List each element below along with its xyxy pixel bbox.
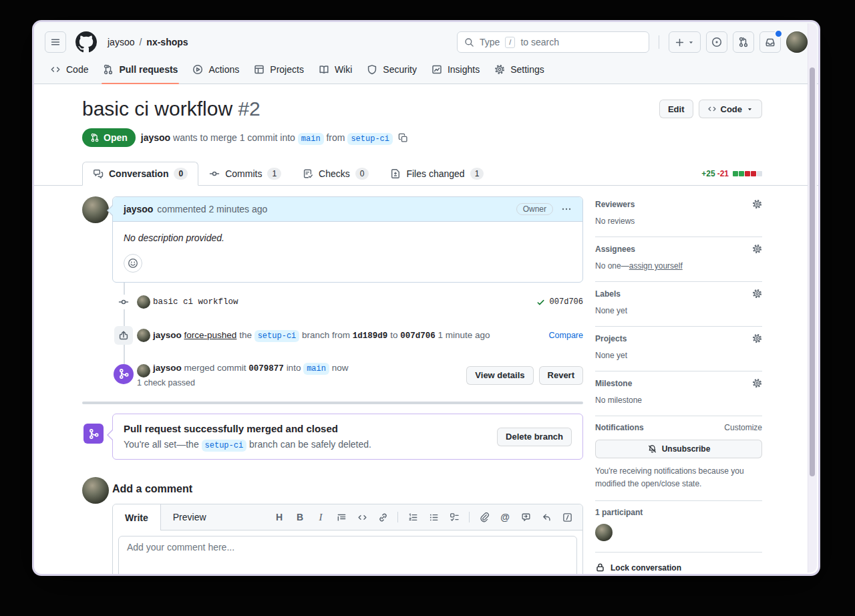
write-tab[interactable]: Write [113,504,161,530]
add-comment-heading: Add a comment [112,477,583,504]
commit-author-avatar[interactable] [137,295,150,309]
unsubscribe-button[interactable]: Unsubscribe [595,440,762,458]
comment-textarea[interactable] [118,536,577,576]
code-dropdown-button[interactable]: Code [699,100,763,118]
force-push-event: jaysoo force-pushed the setup-ci branch … [82,329,583,343]
merge-timestamp[interactable]: now [332,363,349,373]
comment-author-avatar[interactable] [82,196,109,223]
quote-button[interactable] [335,511,347,523]
hamburger-menu-button[interactable] [45,31,66,53]
search-input[interactable]: Type / to search [457,31,649,53]
check-status-text[interactable]: 1 check passed [137,377,466,390]
merge-branch-chip[interactable]: main [303,363,329,375]
repo-tab-code[interactable]: Code [45,58,94,84]
issues-button[interactable] [706,31,727,53]
old-sha[interactable]: 1d189d9 [353,331,388,341]
pr-author[interactable]: jaysoo [141,132,170,143]
repo-tab-insights[interactable]: Insights [426,58,485,84]
edit-button[interactable]: Edit [659,100,693,118]
file-diff-icon [390,168,401,179]
repo-tab-projects[interactable]: Projects [248,58,309,84]
reviewers-gear-icon[interactable] [752,199,762,209]
unread-notification-dot [774,29,783,38]
create-new-button[interactable] [669,31,701,53]
pull-requests-button[interactable] [733,31,754,53]
commit-message[interactable]: basic ci workflow [153,296,536,309]
preview-tab[interactable]: Preview [161,504,218,530]
github-logo[interactable] [75,31,97,53]
delete-branch-button[interactable]: Delete branch [497,428,572,446]
pr-number: #2 [238,98,260,120]
commit-sha[interactable]: 007d706 [550,297,583,307]
push-text: to [390,330,397,340]
compare-link[interactable]: Compare [549,331,583,340]
italic-button[interactable]: I [315,511,327,523]
heading-button[interactable]: H [273,511,285,523]
milestone-gear-icon[interactable] [752,378,762,388]
git-merge-icon [83,424,104,444]
scrollbar-track[interactable] [808,23,817,573]
tab-checks[interactable]: Checks 0 [292,162,379,186]
comment-menu-button[interactable] [561,204,572,214]
lock-conversation-button[interactable]: Lock conversation [595,553,762,576]
merged-banner: Pull request successfully merged and clo… [112,414,583,460]
copy-branch-icon[interactable] [398,133,408,143]
push-author[interactable]: jaysoo [153,330,182,340]
push-text: branch from [302,330,350,340]
sidebar-section-milestone: Milestone No milestone [595,371,762,416]
push-author-avatar[interactable] [137,329,150,342]
diff-block-neutral [757,171,762,176]
comment-author[interactable]: jaysoo [124,204,153,214]
link-button[interactable] [377,511,389,523]
repo-tab-pull-requests[interactable]: Pull requests [98,58,183,84]
tab-files-changed[interactable]: Files changed 1 [379,162,494,186]
sidebar-section-labels: Labels None yet [595,282,762,327]
scrollbar-thumb[interactable] [810,67,815,476]
new-sha[interactable]: 007d706 [400,331,436,341]
repo-tab-wiki[interactable]: Wiki [313,58,357,84]
notifications-note: You're receiving notifications because y… [595,465,762,490]
task-list-button[interactable] [448,511,460,523]
numbered-list-button[interactable] [407,511,419,523]
push-timestamp[interactable]: 1 minute ago [438,330,490,340]
tab-commits[interactable]: Commits 1 [198,162,292,186]
repo-tab-security[interactable]: Security [361,58,422,84]
force-pushed-link[interactable]: force-pushed [184,330,237,340]
reply-icon [542,512,552,522]
push-branch-chip[interactable]: setup-ci [254,330,300,342]
repo-tab-settings[interactable]: Settings [489,58,550,84]
sidebar-section-assignees: Assignees No one—assign yourself [595,237,762,282]
bulleted-list-button[interactable] [428,511,440,523]
slash-commands-button[interactable] [561,511,573,523]
revert-button[interactable]: Revert [539,366,583,385]
push-text: the [239,330,252,340]
repo-tab-actions[interactable]: Actions [187,58,244,84]
view-details-button[interactable]: View details [466,366,533,385]
attach-file-button[interactable] [478,511,490,523]
breadcrumb-owner[interactable]: jaysoo [108,37,134,47]
inbox-button[interactable] [759,31,781,53]
check-icon[interactable] [536,298,545,307]
projects-gear-icon[interactable] [752,333,762,343]
banner-branch-chip[interactable]: setup-ci [202,440,247,452]
merge-commit-sha[interactable]: 0079877 [248,364,284,373]
head-branch-chip[interactable]: setup-ci [347,133,393,145]
tab-conversation[interactable]: Conversation 0 [82,162,198,186]
breadcrumb-repo[interactable]: nx-shops [146,37,188,47]
merge-author-avatar[interactable] [137,364,150,377]
customize-link[interactable]: Customize [724,423,762,432]
base-branch-chip[interactable]: main [298,133,324,145]
mention-button[interactable]: @ [499,511,511,523]
merge-author[interactable]: jaysoo [153,363,182,373]
add-reaction-button[interactable] [124,254,142,273]
cross-reference-button[interactable] [520,511,532,523]
code-button[interactable] [356,511,368,523]
assign-yourself-link[interactable]: assign yourself [629,261,683,271]
saved-replies-button[interactable] [540,511,552,523]
bold-button[interactable]: B [294,511,306,523]
assignees-gear-icon[interactable] [752,244,762,254]
comment-meta[interactable]: commented 2 minutes ago [157,204,267,214]
user-avatar[interactable] [786,31,808,53]
participant-avatar[interactable] [595,524,613,541]
labels-gear-icon[interactable] [752,289,762,299]
